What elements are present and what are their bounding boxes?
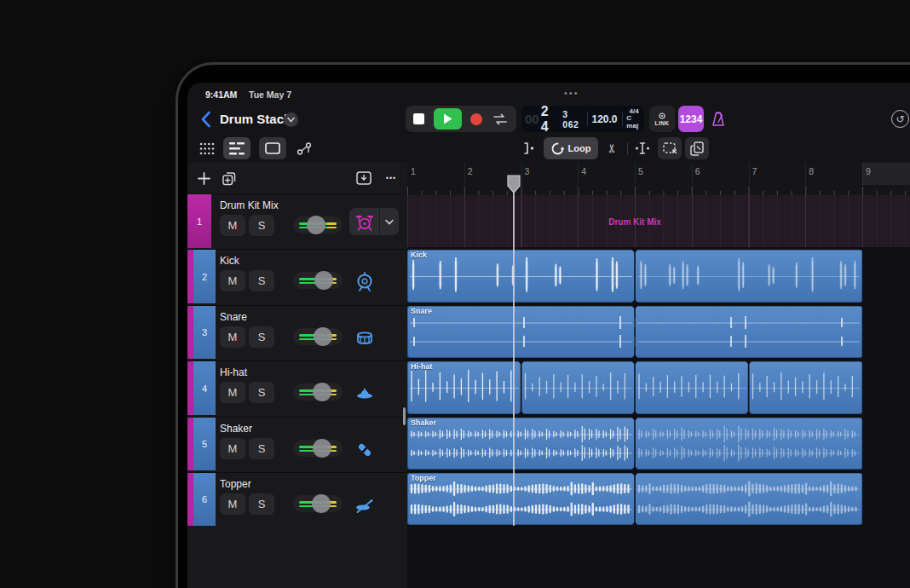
lcd-div-tick: 3 062 bbox=[562, 109, 582, 130]
cycle-icon[interactable] bbox=[492, 112, 509, 126]
title-menu-button[interactable] bbox=[284, 112, 298, 127]
mute-button[interactable]: M bbox=[220, 493, 245, 515]
track-header-row-snare[interactable]: 3 Snare M S bbox=[187, 305, 407, 359]
track-panel-toggle-button[interactable] bbox=[353, 167, 375, 189]
trim-start-icon bbox=[522, 141, 536, 155]
mute-button[interactable]: M bbox=[220, 215, 245, 236]
solo-button[interactable]: S bbox=[249, 326, 274, 348]
track-number: 1 bbox=[197, 216, 202, 227]
track-header-row-shaker[interactable]: 5 Shaker M S bbox=[187, 417, 407, 470]
snare-drum-icon bbox=[354, 328, 375, 349]
grid-view-button[interactable] bbox=[194, 137, 220, 159]
volume-slider[interactable] bbox=[293, 328, 343, 345]
drum-kit-icon bbox=[354, 211, 375, 232]
track-name: Topper bbox=[220, 478, 251, 490]
lcd-bar-beat: 2 4 bbox=[541, 104, 560, 135]
lcd-ghost-digits: 00 bbox=[525, 112, 539, 126]
bar-number: 9 bbox=[866, 166, 871, 176]
loop-button[interactable]: Loop bbox=[544, 137, 598, 159]
mute-button[interactable]: M bbox=[220, 438, 245, 459]
record-button[interactable] bbox=[470, 113, 482, 125]
link-button[interactable]: LINK bbox=[649, 106, 675, 132]
trim-both-button[interactable] bbox=[631, 137, 654, 159]
track-name: Snare bbox=[220, 311, 247, 323]
track-header-row-topper[interactable]: 6 Topper M S bbox=[187, 472, 407, 526]
hihat-cymbal-icon bbox=[354, 383, 375, 404]
track-number: 2 bbox=[202, 272, 207, 282]
automation-icon bbox=[297, 141, 312, 155]
project-title: Drum Stack bbox=[220, 112, 291, 126]
summary-region-label[interactable]: Drum Kit Mix bbox=[407, 216, 862, 226]
split-button[interactable]: ✂ bbox=[602, 137, 622, 159]
back-button[interactable] bbox=[194, 107, 216, 131]
duplicate-track-icon bbox=[222, 170, 237, 186]
mute-button[interactable]: M bbox=[220, 326, 245, 348]
select-regions-button[interactable] bbox=[658, 137, 682, 159]
track-more-button[interactable]: ••• bbox=[380, 167, 402, 189]
kick-drum-icon bbox=[354, 272, 375, 292]
track-header-row-hi-hat[interactable]: 4 Hi-hat M S bbox=[187, 360, 407, 415]
region-label: Kick bbox=[411, 251, 427, 259]
trim-start-button[interactable] bbox=[518, 137, 540, 159]
arrange-area: ••• 1 Drum Kit Mix M S 2 Kick M S bbox=[187, 163, 910, 588]
metronome-button[interactable] bbox=[707, 107, 729, 131]
app-options-icon[interactable]: ••• bbox=[564, 88, 579, 98]
track-header-row-kick[interactable]: 2 Kick M S bbox=[187, 249, 407, 303]
duplicate-track-button[interactable] bbox=[218, 167, 240, 189]
tracks-view-button[interactable] bbox=[223, 137, 251, 159]
select-marquee-icon bbox=[663, 142, 677, 155]
track-lane-shaker: Shaker bbox=[407, 417, 910, 470]
solo-button[interactable]: S bbox=[249, 382, 274, 403]
add-track-button[interactable] bbox=[193, 167, 215, 189]
track-name: Drum Kit Mix bbox=[220, 199, 279, 211]
volume-knob[interactable] bbox=[313, 383, 331, 401]
stack-collapse-button[interactable] bbox=[379, 208, 399, 235]
lcd-key: C maj bbox=[626, 115, 642, 130]
back-chevron-icon bbox=[200, 111, 211, 128]
copy-paste-button[interactable] bbox=[685, 137, 709, 159]
volume-slider[interactable] bbox=[293, 272, 343, 289]
chevron-down-icon bbox=[287, 117, 295, 123]
volume-knob[interactable] bbox=[314, 271, 333, 290]
playhead-handle[interactable] bbox=[506, 175, 521, 195]
solo-button[interactable]: S bbox=[249, 493, 274, 515]
bar-ruler[interactable]: 123456789 bbox=[407, 163, 910, 196]
marquee-icon bbox=[265, 142, 280, 154]
metronome-icon bbox=[710, 111, 727, 128]
automation-button[interactable] bbox=[291, 137, 317, 159]
panel-resize-handle[interactable] bbox=[403, 407, 406, 425]
track-number: 3 bbox=[202, 327, 207, 337]
track-number: 5 bbox=[202, 439, 207, 449]
track-header-row-drum-kit-mix[interactable]: 1 Drum Kit Mix M S bbox=[187, 193, 407, 248]
volume-slider[interactable] bbox=[293, 440, 343, 457]
solo-button[interactable]: S bbox=[249, 270, 274, 291]
volume-knob[interactable] bbox=[313, 439, 331, 458]
volume-slider[interactable] bbox=[293, 216, 343, 233]
mute-button[interactable]: M bbox=[220, 270, 245, 291]
count-in-button[interactable]: 1234 bbox=[678, 106, 704, 132]
tracks-view-icon bbox=[229, 142, 245, 155]
playhead-line[interactable] bbox=[513, 176, 515, 526]
volume-knob[interactable] bbox=[307, 216, 325, 234]
stop-button[interactable] bbox=[413, 113, 424, 124]
stage: 9:41AM Tue May 7 ••• Drum Stack 00 bbox=[0, 0, 910, 588]
volume-slider[interactable] bbox=[293, 495, 343, 512]
play-button[interactable] bbox=[434, 108, 462, 130]
region-label: Snare bbox=[411, 307, 432, 315]
marquee-tool-button[interactable] bbox=[259, 137, 286, 159]
topper-cymbal-icon bbox=[354, 495, 375, 516]
solo-button[interactable]: S bbox=[249, 438, 274, 459]
status-time: 9:41AM bbox=[205, 89, 237, 100]
bar-number: 5 bbox=[638, 166, 643, 176]
volume-slider[interactable] bbox=[293, 383, 343, 401]
undo-button[interactable]: ↺ bbox=[891, 110, 909, 128]
volume-knob[interactable] bbox=[314, 327, 332, 346]
link-icon bbox=[659, 112, 665, 119]
volume-knob[interactable] bbox=[312, 494, 331, 513]
track-name: Kick bbox=[220, 255, 239, 267]
track-header-panel: ••• 1 Drum Kit Mix M S 2 Kick M S bbox=[187, 163, 409, 588]
instrument-button[interactable] bbox=[349, 208, 399, 235]
mute-button[interactable]: M bbox=[220, 382, 245, 403]
lcd-display[interactable]: 00 2 4 3 062 120.0 4/4 C maj bbox=[521, 106, 644, 132]
solo-button[interactable]: S bbox=[249, 215, 274, 236]
